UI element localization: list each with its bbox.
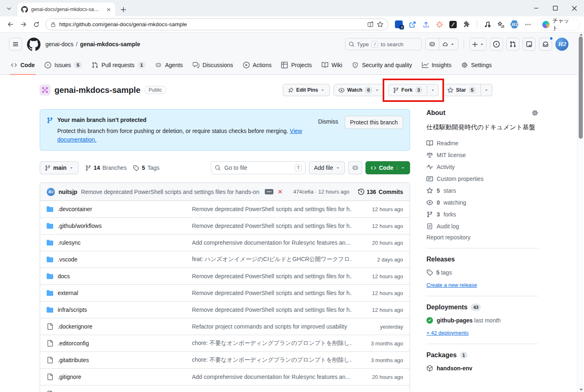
- back-button[interactable]: [4, 18, 17, 31]
- commit-sha-time[interactable]: 474ce6a · 12 hours ago: [293, 189, 349, 195]
- about-watching-link[interactable]: 0watching: [426, 196, 538, 208]
- star-button[interactable]: Star 5: [442, 84, 481, 96]
- page-scrollbar[interactable]: [577, 33, 584, 392]
- browser-tab[interactable]: genai-docs/genai-mkdocs-sample: [17, 2, 115, 16]
- table-row[interactable]: [40, 385, 410, 392]
- new-tab-button[interactable]: [120, 7, 126, 13]
- media-music-icon[interactable]: [483, 20, 492, 29]
- address-bar[interactable]: https://github.com/genai-docs/genai-mkdo…: [45, 18, 388, 30]
- copilot-menu-button[interactable]: [439, 38, 458, 50]
- package-item[interactable]: handson-env: [426, 365, 538, 372]
- about-license-link[interactable]: MIT license: [426, 149, 538, 161]
- commit-history-link[interactable]: 136Commits: [358, 189, 403, 195]
- table-row[interactable]: .gitignoreAdd comprehensive documentatio…: [40, 369, 410, 385]
- reload-button[interactable]: [30, 18, 43, 31]
- scrollbar-thumb[interactable]: [579, 36, 583, 139]
- deployments-title[interactable]: Deployments43: [426, 304, 538, 311]
- add-file-button[interactable]: Add file: [309, 161, 345, 174]
- fork-button[interactable]: Fork 3: [388, 84, 428, 96]
- deployment-item[interactable]: github-pages last month: [426, 317, 538, 324]
- commit-author-avatar[interactable]: H2: [47, 188, 55, 196]
- table-row[interactable]: .gitattributeschore: 不要なオンボーディングプランのプロンプ…: [40, 352, 410, 369]
- table-row[interactable]: .rulesyncAdd comprehensive documentation…: [40, 234, 410, 251]
- tab-search-button[interactable]: [4, 3, 14, 14]
- tab-settings[interactable]: Settings: [457, 56, 496, 74]
- favorite-star-icon[interactable]: [377, 21, 383, 28]
- window-maximize-button[interactable]: [546, 0, 565, 16]
- extension-starburst-icon[interactable]: [435, 20, 444, 29]
- tab-pull-requests[interactable]: Pull requests1: [88, 56, 149, 74]
- report-repository-link[interactable]: Report repository: [426, 234, 538, 241]
- code-button[interactable]: Code: [365, 161, 410, 174]
- table-row[interactable]: .devcontainerRemove deprecated PowerShel…: [40, 201, 410, 218]
- releases-title[interactable]: Releases: [426, 256, 538, 263]
- split-screen-icon[interactable]: [367, 21, 374, 28]
- releases-tags[interactable]: 5 tags: [426, 269, 538, 276]
- about-custom-properties-link[interactable]: Custom properties: [426, 173, 538, 185]
- extensions-puzzle-icon[interactable]: [462, 20, 471, 29]
- issues-header-button[interactable]: [490, 38, 503, 51]
- tab-agents[interactable]: Agents: [151, 56, 187, 74]
- table-row[interactable]: .editorconfigchore: 不要なオンボーディングプランのプロンプト…: [40, 335, 410, 352]
- extension-reading-icon[interactable]: 2: [395, 20, 403, 29]
- tab-insights[interactable]: Insights: [418, 56, 455, 74]
- scrollbar-down-arrow[interactable]: [579, 389, 583, 391]
- tab-issues[interactable]: Issues5: [41, 56, 86, 74]
- copilot-code-button[interactable]: [348, 161, 362, 174]
- commit-ellipsis-button[interactable]: [265, 189, 273, 194]
- table-row[interactable]: .vscodefeat: ハンズオンイメージのCIビルドとGHCR公開ワークフロ…: [40, 251, 410, 268]
- about-forks-link[interactable]: 3forks: [426, 208, 538, 220]
- table-row[interactable]: .dockerignoreRefactor project commands a…: [40, 318, 410, 335]
- code-dropdown[interactable]: [397, 166, 405, 170]
- scrollbar-up-arrow[interactable]: [579, 34, 583, 36]
- commit-author[interactable]: nuitsjp: [59, 189, 77, 195]
- copilot-button[interactable]: [426, 38, 439, 50]
- tab-close-icon[interactable]: [106, 7, 111, 12]
- extension-hexagon-logo[interactable]: H2: [510, 20, 519, 29]
- packages-title[interactable]: Packages1: [426, 351, 538, 359]
- about-activity-link[interactable]: Activity: [426, 161, 538, 173]
- branches-link[interactable]: 14Branches: [85, 164, 127, 171]
- table-row[interactable]: .github/workflowsRemove deprecated Power…: [40, 218, 410, 234]
- tab-discussions[interactable]: Discussions: [189, 56, 237, 74]
- about-settings-gear-icon[interactable]: [532, 110, 538, 116]
- table-row[interactable]: infra/scriptsRemove deprecated PowerShel…: [40, 302, 410, 318]
- notifications-inbox-button[interactable]: [539, 38, 552, 51]
- tab-wiki[interactable]: Wiki: [318, 56, 346, 74]
- github-logo[interactable]: [27, 38, 41, 51]
- tab-actions[interactable]: Actions: [239, 56, 276, 74]
- window-close-button[interactable]: [565, 0, 584, 16]
- dismiss-button[interactable]: Dismiss: [318, 118, 338, 125]
- about-audit-log-link[interactable]: Audit log: [426, 220, 538, 232]
- upload-icon[interactable]: [422, 20, 430, 29]
- create-release-link[interactable]: Create a new release: [426, 282, 477, 288]
- more-deployments-link[interactable]: + 42 deployments: [426, 330, 469, 336]
- tab-projects[interactable]: Projects: [277, 56, 316, 74]
- fork-dropdown-button[interactable]: [427, 84, 439, 96]
- about-readme-link[interactable]: Readme: [426, 137, 538, 149]
- protect-branch-button[interactable]: Protect this branch: [345, 116, 403, 129]
- breadcrumb-owner[interactable]: genai-docs: [45, 41, 74, 47]
- edit-pins-button[interactable]: Edit Pins: [283, 84, 330, 96]
- global-nav-menu-button[interactable]: [9, 38, 22, 51]
- table-row[interactable]: docsRemove deprecated PowerShell scripts…: [40, 268, 410, 285]
- go-to-file-input[interactable]: [223, 164, 292, 171]
- share-icon[interactable]: [408, 20, 417, 29]
- collections-star-icon[interactable]: [497, 20, 505, 29]
- extension-slash-icon[interactable]: [449, 20, 457, 29]
- branch-selector-button[interactable]: main: [40, 161, 79, 174]
- about-stars-link[interactable]: 5stars: [426, 185, 538, 196]
- tags-link[interactable]: 5Tags: [133, 164, 159, 171]
- global-search-input[interactable]: Type / to search: [345, 38, 422, 50]
- tab-code[interactable]: Code: [7, 56, 39, 74]
- checks-failed-icon[interactable]: [277, 189, 283, 195]
- tab-security[interactable]: Security and quality: [348, 56, 416, 74]
- create-new-button[interactable]: [469, 38, 487, 51]
- user-avatar[interactable]: H2: [555, 38, 568, 51]
- table-row[interactable]: externalRemove deprecated PowerShell scr…: [40, 285, 410, 302]
- window-minimize-button[interactable]: [526, 0, 546, 16]
- breadcrumb-repo[interactable]: genai-mkdocs-sample: [80, 41, 140, 47]
- watch-button[interactable]: Watch 0: [334, 84, 384, 96]
- browser-menu-icon[interactable]: [524, 20, 532, 29]
- pull-requests-header-button[interactable]: [506, 38, 519, 51]
